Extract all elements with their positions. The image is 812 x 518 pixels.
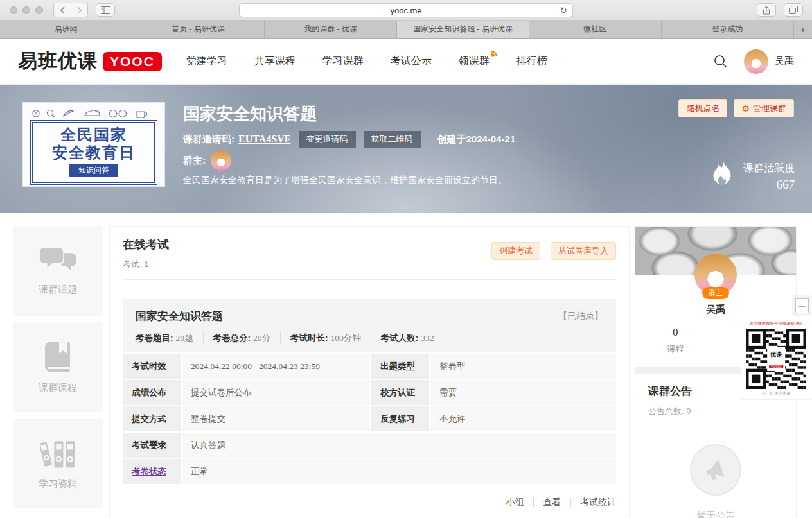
activity-label: 课群活跃度 — [743, 162, 795, 175]
exam-footer-links: 小组|查看|考试统计 — [123, 497, 616, 508]
detail-label: 成绩公布 — [123, 380, 181, 405]
manage-course-button[interactable]: ⚙ 管理课群 — [734, 99, 794, 117]
search-icon[interactable] — [714, 55, 727, 68]
sidebar-toggle-icon[interactable] — [96, 3, 115, 17]
detail-value: 2024.04.22 00:00 - 2024.04.23 23:59 — [182, 354, 370, 379]
exam-footer-link-1[interactable]: 小组 — [506, 497, 524, 507]
browser-tab-label: 我的课群 - 优课 — [304, 24, 357, 35]
minimize-widget-button[interactable]: — — [795, 298, 809, 313]
detail-value: 认真答题 — [182, 433, 616, 458]
browser-tab[interactable]: 登录成功 — [662, 21, 794, 38]
invite-code-value[interactable]: EUTA4SVF — [238, 134, 291, 145]
sidebar-item-folders[interactable]: 学习资料 — [13, 419, 103, 508]
random-rollcall-button[interactable]: 随机点名 — [678, 99, 727, 117]
detail-value: 提交试卷后公布 — [182, 380, 370, 405]
forward-icon[interactable] — [71, 3, 87, 17]
change-invite-code-button[interactable]: 变更邀请码 — [299, 131, 356, 148]
random-rollcall-label: 随机点名 — [686, 103, 719, 114]
qr-caption-top: 关注微信服务号接收课群消息 — [748, 320, 804, 326]
browser-tab-label: 易班网 — [55, 24, 78, 35]
profile-stat-value: 0 — [635, 326, 716, 339]
nav-link-4[interactable]: 考试公示 — [391, 55, 432, 68]
profile-stat-课程[interactable]: 0课程 — [635, 326, 716, 355]
exam-detail-table: 考试时效2024.04.22 00:00 - 2024.04.23 23:59出… — [123, 354, 616, 484]
profile-stat-label: 课程 — [635, 343, 716, 355]
share-icon[interactable] — [757, 3, 776, 17]
exam-footer-link-2[interactable]: 查看 — [543, 497, 561, 507]
exam-stats: 考卷题目:20题考卷总分:20分考试时长:100分钟考试人数:332 — [136, 332, 603, 344]
exam-stat-label: 考试时长: — [290, 333, 328, 343]
tab-bar: 易班网首页 - 易班优课我的课群 - 优课国家安全知识答题 - 易班优课微社区登… — [0, 21, 812, 39]
create-exam-button[interactable]: 创建考试 — [491, 242, 540, 260]
reload-icon[interactable]: ↻ — [560, 5, 567, 15]
exam-status-link[interactable]: 考卷状态 — [132, 466, 166, 478]
zoom-window-icon[interactable] — [35, 6, 43, 14]
sidebar-item-book[interactable]: 课群课程 — [13, 322, 103, 412]
exam-stat-value: 332 — [421, 333, 434, 343]
back-icon[interactable] — [54, 3, 71, 17]
main-nav: 党建学习共享课程学习课群考试公示领课群排行榜 — [186, 55, 547, 68]
owner-avatar[interactable] — [211, 150, 231, 171]
site-navbar: 易班优课 YOOC 党建学习共享课程学习课群考试公示领课群排行榜 吴禹 — [0, 39, 812, 85]
sidebar-item-label: 课群话题 — [39, 284, 77, 296]
new-tab-button[interactable]: + — [794, 21, 812, 38]
exam-stat: 考试时长:100分钟 — [290, 332, 371, 344]
exam-stat-label: 考卷题目: — [136, 333, 173, 343]
user-name[interactable]: 吴禹 — [775, 55, 794, 67]
owner-label: 群主: — [183, 155, 206, 167]
browser-tab-label: 微社区 — [584, 24, 607, 35]
close-window-icon[interactable] — [10, 6, 17, 14]
gear-icon: ⚙ — [741, 103, 750, 114]
logo-badge: YOOC — [103, 52, 162, 71]
browser-tab[interactable]: 国家安全知识答题 - 易班优课 — [397, 21, 529, 38]
no-announcements-text: 暂无公告 — [648, 510, 783, 518]
megaphone-icon — [690, 444, 741, 496]
chat-bubbles-icon — [39, 246, 76, 275]
detail-value: 整卷提交 — [182, 406, 370, 431]
folders-icon — [40, 437, 76, 469]
nav-link-5[interactable]: 领课群 — [459, 55, 490, 68]
exam-card: 国家安全知识答题 【已结束】 考卷题目:20题考卷总分:20分考试时长:100分… — [123, 299, 616, 508]
nav-link-1[interactable]: 党建学习 — [186, 55, 227, 68]
address-bar[interactable]: yooc.me ↻ — [239, 3, 573, 17]
browser-tab[interactable]: 易班网 — [0, 21, 132, 38]
detail-label: 考试时效 — [123, 354, 181, 379]
nav-link-2[interactable]: 共享课程 — [254, 55, 296, 68]
sidebar-item-chat-bubbles[interactable]: 课群话题 — [13, 226, 103, 316]
browser-tab[interactable]: 我的课群 - 优课 — [265, 21, 397, 38]
exam-stat-label: 考试人数: — [381, 333, 419, 343]
exam-stat-value: 20分 — [253, 333, 270, 343]
exam-count: 考试: 1 — [123, 259, 169, 270]
browser-tab[interactable]: 首页 - 易班优课 — [132, 21, 265, 38]
import-exam-button[interactable]: 从试卷库导入 — [551, 242, 616, 260]
exam-panel: 在线考试 考试: 1 创建考试 从试卷库导入 国家安全知识答题 【已结束】 考卷… — [109, 226, 630, 518]
detail-label: 考试要求 — [123, 433, 181, 458]
detail-value: 整卷型 — [430, 354, 616, 379]
course-title: 国家安全知识答题 — [183, 103, 317, 125]
thumbnail-title-line2: 安全教育日 — [33, 144, 154, 162]
detail-label: 提交方式 — [123, 406, 181, 431]
activity-widget: 课群活跃度 667 — [710, 160, 795, 193]
divider — [123, 279, 616, 280]
created-date: 创建于2024-04-21 — [437, 134, 516, 146]
tab-overview-icon[interactable] — [784, 3, 803, 17]
get-qr-code-button[interactable]: 获取二维码 — [364, 131, 421, 148]
thumbnail-title-line1: 全民国家 — [33, 126, 154, 144]
browser-tab-label: 首页 - 易班优课 — [172, 24, 225, 35]
yooc-logo[interactable]: 易班优课 YOOC — [18, 48, 162, 74]
user-avatar[interactable] — [744, 49, 768, 74]
browser-tab[interactable]: 微社区 — [529, 21, 662, 38]
nav-link-3[interactable]: 学习课群 — [322, 55, 364, 68]
exam-stat-value: 100分钟 — [331, 333, 361, 343]
exam-footer-link-3[interactable]: 考试统计 — [580, 497, 616, 507]
traffic-lights — [10, 6, 43, 14]
signal-icon — [491, 48, 499, 60]
nav-link-6[interactable]: 排行榜 — [516, 55, 547, 68]
separator: | — [533, 497, 535, 507]
profile-avatar[interactable]: 群主 — [694, 254, 737, 296]
exam-stat: 考卷题目:20题 — [136, 332, 204, 344]
detail-value: 正常 — [182, 459, 616, 484]
minimize-window-icon[interactable] — [22, 6, 30, 14]
exam-stat-label: 考卷总分: — [213, 333, 251, 343]
detail-label[interactable]: 考卷状态 — [123, 459, 181, 484]
